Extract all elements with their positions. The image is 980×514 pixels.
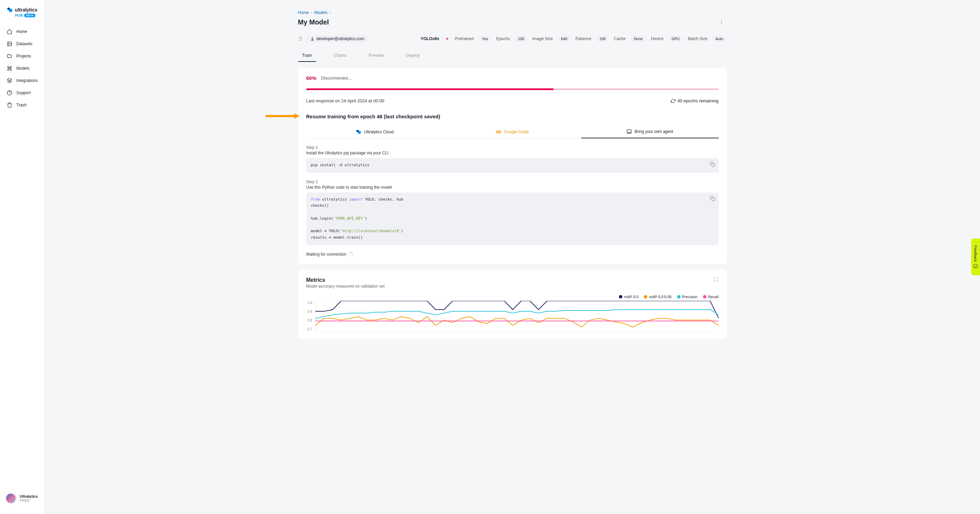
environment-tabs: Ultralytics Cloud Google Colab Bring you… [306,125,719,138]
svg-point-5 [721,20,722,21]
expand-chart-button[interactable] [714,277,719,283]
meta-value: 100 [596,36,609,42]
svg-point-4 [7,90,11,95]
more-options-button[interactable] [716,16,727,28]
command-icon [7,66,12,71]
svg-point-20 [974,264,978,268]
waiting-text: Waiting for connection [306,252,347,257]
sidebar-item-datasets[interactable]: Datasets [0,38,44,50]
legend-item[interactable]: mAP 0.5 [619,295,638,299]
more-vertical-icon [719,19,724,24]
metrics-subtitle: Model accuracy measured on validation se… [306,284,385,289]
refresh-icon [671,98,675,103]
logo-text: ultralytics [15,7,37,13]
arrow-right-icon [266,113,299,121]
progress-bar [306,88,719,90]
svg-point-6 [721,21,722,22]
tab-train[interactable]: Train [298,50,316,62]
svg-point-13 [358,130,361,133]
chart-legend: mAP 0.5 mAP 0.5:0.95 Precision Recall [306,295,719,299]
y-axis: 1.0 0.9 0.8 0.7 [306,301,315,332]
breadcrumb: Home › Models › [298,10,727,15]
avatar [5,493,16,504]
step-number: Step 1 [306,145,719,150]
metrics-title: Metrics [306,277,385,283]
user-icon [310,37,314,41]
trash-icon [7,102,12,108]
chevron-right-icon: › [311,10,312,15]
legend-item[interactable]: mAP 0.5:0.95 [644,295,671,299]
sidebar-item-models[interactable]: Models [0,62,44,75]
owner-chip[interactable]: developer@ultralytics.com [306,35,369,43]
copy-button[interactable] [710,196,715,201]
smile-icon [973,264,978,268]
meta-label: Pretrained [455,36,474,41]
svg-rect-18 [712,163,715,167]
beta-badge: BETA [24,14,35,17]
breadcrumb-models[interactable]: Models [314,10,328,15]
sidebar-item-home[interactable]: Home [0,25,44,38]
tab-charts[interactable]: Charts [330,50,351,62]
metrics-card: Metrics Model accuracy measured on valid… [298,270,727,339]
home-icon [7,29,12,34]
image-icon [7,41,12,47]
logo-hub: HUB [15,14,23,17]
sidebar-item-trash[interactable]: Trash [0,99,44,111]
env-tab-ultralytics-cloud[interactable]: Ultralytics Cloud [306,125,444,138]
code-block-train: from ultralytics import YOLO, checks, hu… [306,192,719,245]
status-dot-icon [446,38,448,40]
sidebar-footer[interactable]: Ultralytics FREE [0,490,44,507]
sidebar: ultralytics HUB BETA Home Datasets Proje… [0,0,45,514]
main-content: Home › Models › My Model developer@ultra… [45,0,980,514]
meta-value: GPU [668,36,683,42]
feedback-button[interactable]: Feedback [971,239,980,275]
meta-label: Cache [614,36,626,41]
legend-item[interactable]: Precision [677,295,698,299]
svg-rect-8 [299,38,301,40]
sidebar-item-integrations[interactable]: Integrations [0,75,44,87]
status-text: Disconnected... [321,76,352,81]
meta-value: Auto [712,36,727,42]
step-description: Use this Python code to start training t… [306,185,719,190]
metrics-chart: 1.0 0.9 0.8 0.7 [306,301,719,332]
lock-icon [298,36,303,41]
expand-icon [714,277,719,282]
layers-icon [7,78,12,83]
sidebar-item-label: Projects [16,54,31,59]
step-number: Step 2 [306,179,719,184]
owner-email: developer@ultralytics.com [317,36,364,41]
model-meta: YOLOv8n Pretrained Yes Epochs 100 Image … [421,36,727,42]
user-name: Ultralytics [20,494,38,498]
logo[interactable]: ultralytics HUB BETA [0,7,44,25]
tab-deploy[interactable]: Deploy [402,50,424,62]
meta-label: Epochs [496,36,510,41]
tabs: Train Charts Preview Deploy [298,50,727,62]
sidebar-item-label: Home [16,29,27,34]
sidebar-item-support[interactable]: Support [0,87,44,99]
chevron-right-icon: › [329,10,331,15]
svg-rect-19 [712,198,715,201]
svg-point-7 [721,23,722,24]
copy-button[interactable] [710,162,715,167]
step-description: Install the Ultralytics pip package via … [306,151,719,155]
user-plan: FREE [20,498,38,503]
env-tab-google-colab[interactable]: Google Colab [444,125,581,138]
env-tab-bring-your-own-agent[interactable]: Bring your own agent [581,125,719,138]
legend-dot-icon [677,295,681,298]
meta-value: Yes [479,36,492,42]
meta-value: None [630,36,646,42]
legend-dot-icon [644,295,647,298]
epochs-remaining: 40 epochs remaining [678,98,719,103]
meta-value: 100 [514,36,527,42]
tab-preview[interactable]: Preview [364,50,388,62]
sidebar-nav: Home Datasets Projects Models Integratio… [0,25,44,490]
ultralytics-logo-icon [356,129,361,135]
meta-label: Device [651,36,663,41]
sidebar-item-projects[interactable]: Projects [0,50,44,62]
laptop-icon [627,129,632,134]
page-title: My Model [298,18,329,26]
model-name: YOLOv8n [421,36,439,41]
breadcrumb-home[interactable]: Home [298,10,309,15]
sidebar-item-label: Integrations [16,78,38,83]
legend-item[interactable]: Recall [703,295,719,299]
